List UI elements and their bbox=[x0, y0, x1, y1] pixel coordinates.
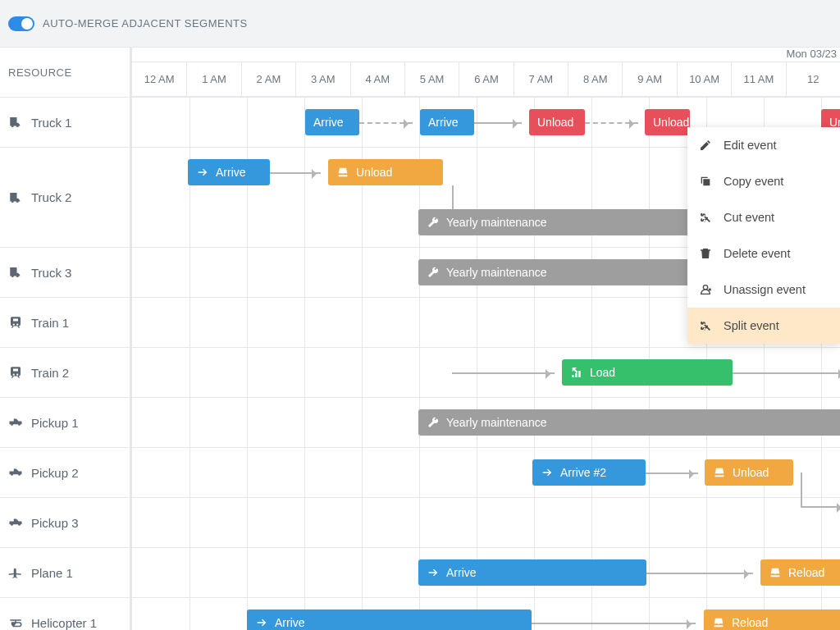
plane-icon bbox=[8, 565, 23, 580]
dependency-line bbox=[801, 472, 802, 507]
hour-cell: 12 bbox=[786, 62, 840, 96]
hour-cell: 6 AM bbox=[459, 62, 513, 96]
event-arrive[interactable]: Arrive bbox=[418, 559, 646, 586]
dependency-line bbox=[359, 122, 413, 124]
resource-label: Truck 3 bbox=[31, 266, 71, 280]
scissor-icon bbox=[699, 319, 712, 332]
menu-cut-event[interactable]: Cut event bbox=[687, 199, 840, 235]
context-menu: Edit event Copy event Cut event Delete e… bbox=[687, 127, 840, 344]
event-unload[interactable]: Unload bbox=[529, 109, 585, 135]
hour-cell: 7 AM bbox=[514, 62, 568, 96]
hours-header: 12 AM 1 AM 2 AM 3 AM 4 AM 5 AM 6 AM 7 AM… bbox=[132, 62, 840, 97]
event-arrive[interactable]: Arrive bbox=[188, 159, 270, 185]
resource-label: Train 2 bbox=[31, 366, 69, 380]
resource-row[interactable]: Plane 1 bbox=[0, 547, 130, 597]
event-unload[interactable]: Unload bbox=[328, 159, 443, 185]
arrow-icon bbox=[541, 466, 554, 479]
hour-cell: 3 AM bbox=[295, 62, 349, 96]
truck-icon bbox=[8, 265, 23, 280]
resource-label: Truck 1 bbox=[31, 116, 71, 130]
resource-row[interactable]: Pickup 2 bbox=[0, 447, 130, 497]
menu-unassign-event[interactable]: Unassign event bbox=[687, 272, 840, 308]
reload-icon bbox=[712, 616, 725, 629]
arrow-icon bbox=[427, 566, 440, 579]
resource-row[interactable]: Train 2 bbox=[0, 347, 130, 397]
resource-row[interactable]: Truck 2 bbox=[0, 147, 130, 247]
dependency-line bbox=[733, 372, 840, 374]
event-arrive[interactable]: Arrive bbox=[305, 109, 359, 135]
menu-split-event[interactable]: Split event bbox=[687, 308, 840, 344]
timeline-row[interactable]: Arrive #2 Unload bbox=[132, 447, 840, 497]
wrench-icon bbox=[427, 416, 440, 429]
hour-cell: 10 AM bbox=[677, 62, 731, 96]
unassign-icon bbox=[699, 283, 712, 296]
dependency-line bbox=[585, 122, 638, 124]
event-arrive[interactable]: Arrive #2 bbox=[532, 459, 646, 486]
hour-cell: 12 AM bbox=[132, 62, 186, 96]
timeline-row[interactable] bbox=[132, 497, 840, 547]
unload-icon bbox=[713, 466, 726, 479]
resource-row[interactable]: Truck 3 bbox=[0, 247, 130, 297]
event-reload[interactable]: Reload bbox=[704, 609, 840, 630]
hour-cell: 4 AM bbox=[350, 62, 404, 96]
wrench-icon bbox=[427, 266, 440, 279]
hour-cell: 11 AM bbox=[731, 62, 785, 96]
dependency-line bbox=[452, 372, 555, 374]
trash-icon bbox=[699, 247, 712, 260]
event-unload[interactable]: Unload bbox=[705, 459, 793, 486]
resource-label: Pickup 3 bbox=[31, 516, 79, 530]
resource-label: Pickup 2 bbox=[31, 466, 79, 480]
event-unload[interactable]: Unload bbox=[645, 109, 690, 135]
menu-delete-event[interactable]: Delete event bbox=[687, 235, 840, 272]
resource-row[interactable]: Helicopter 1 bbox=[0, 597, 130, 630]
truck-icon bbox=[8, 190, 23, 205]
truck-icon bbox=[8, 115, 23, 130]
copy-icon bbox=[699, 175, 712, 188]
train-icon bbox=[8, 365, 23, 380]
auto-merge-label: AUTO-MERGE ADJACENT SEGMENTS bbox=[43, 17, 248, 30]
resource-label: Plane 1 bbox=[31, 566, 73, 580]
dependency-line bbox=[474, 122, 522, 124]
resource-label: Truck 2 bbox=[31, 190, 71, 204]
resource-row[interactable]: Train 1 bbox=[0, 297, 130, 347]
unload-icon bbox=[336, 166, 349, 179]
menu-edit-event[interactable]: Edit event bbox=[687, 127, 840, 163]
menu-copy-event[interactable]: Copy event bbox=[687, 163, 840, 199]
resource-row[interactable]: Pickup 1 bbox=[0, 397, 130, 447]
scissor-icon bbox=[699, 211, 712, 224]
resource-row[interactable]: Pickup 3 bbox=[0, 497, 130, 547]
train-icon bbox=[8, 315, 23, 330]
pickup-icon bbox=[8, 465, 23, 480]
hour-cell: 8 AM bbox=[568, 62, 622, 96]
date-header: Mon 03/23 bbox=[132, 48, 840, 62]
auto-merge-toggle[interactable] bbox=[8, 16, 34, 31]
timeline-row[interactable]: Yearly maintenance bbox=[132, 397, 840, 447]
timeline-row[interactable]: Arrive Reload bbox=[132, 547, 840, 597]
dependency-line bbox=[270, 172, 321, 174]
hour-cell: 1 AM bbox=[186, 62, 240, 96]
resource-row[interactable]: Truck 1 bbox=[0, 97, 130, 147]
event-arrive[interactable]: Arrive bbox=[420, 109, 474, 135]
resource-label: Pickup 1 bbox=[31, 416, 79, 430]
hour-cell: 5 AM bbox=[404, 62, 459, 96]
event-maintenance[interactable]: Yearly maintenance bbox=[418, 409, 840, 436]
event-reload[interactable]: Reload bbox=[760, 559, 840, 586]
pickup-icon bbox=[8, 415, 23, 430]
resource-column: RESOURCE Truck 1 Truck 2 Truck 3 Train 1… bbox=[0, 48, 130, 630]
dependency-line bbox=[646, 573, 753, 574]
arrow-icon bbox=[196, 166, 209, 179]
resource-header: RESOURCE bbox=[0, 48, 130, 97]
resource-label: Helicopter 1 bbox=[31, 616, 97, 630]
arrow-icon bbox=[255, 616, 268, 629]
dependency-line bbox=[646, 472, 698, 474]
pickup-icon bbox=[8, 515, 23, 530]
toolbar: AUTO-MERGE ADJACENT SEGMENTS bbox=[0, 0, 840, 48]
timeline-row[interactable]: Arrive Reload bbox=[132, 597, 840, 630]
dependency-line bbox=[532, 623, 696, 624]
event-arrive[interactable]: Arrive bbox=[247, 609, 532, 630]
load-icon bbox=[570, 366, 583, 379]
hour-cell: 2 AM bbox=[241, 62, 295, 96]
event-load[interactable]: Load bbox=[562, 359, 733, 386]
dependency-line bbox=[801, 506, 840, 508]
timeline-row[interactable]: Load bbox=[132, 347, 840, 397]
